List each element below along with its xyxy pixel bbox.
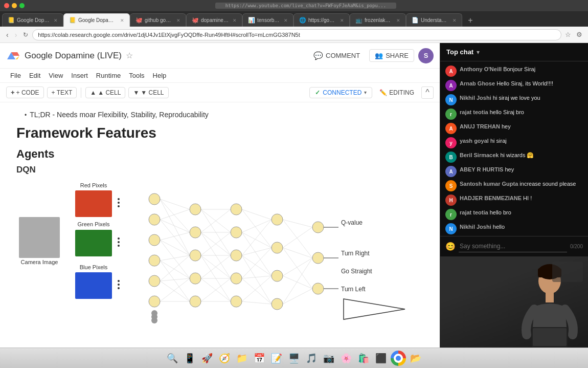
settings-icon[interactable]: ⚙ (575, 31, 584, 38)
minimize-btn[interactable] (12, 3, 17, 8)
tab-8-close[interactable]: ✕ (453, 18, 457, 23)
editing-button[interactable]: ✏️ EDITING (375, 88, 418, 98)
tab-2[interactable]: 📒 Google Dopami... ✕ (63, 13, 130, 27)
plus-icon: + (11, 89, 15, 96)
dock-finder[interactable]: 🔍 (165, 351, 180, 366)
list-item: H HADJER BENMEZIANE HI ! (445, 194, 583, 206)
svg-point-22 (149, 255, 160, 266)
dock-folder[interactable]: 📂 (408, 351, 423, 366)
code-label: + CODE (16, 89, 39, 96)
move-cell-down-button[interactable]: ▼ ▼ CELL (128, 87, 168, 98)
svg-text:Blue Pixels: Blue Pixels (80, 264, 108, 270)
svg-line-55 (160, 261, 190, 278)
svg-text:Red Pixels: Red Pixels (80, 182, 107, 188)
star-icon[interactable]: ☆ (126, 51, 133, 60)
tab-1[interactable]: 📒 Google Dopamine... ✕ (2, 13, 63, 27)
forward-btn[interactable]: › (13, 31, 19, 39)
close-btn[interactable] (4, 3, 9, 8)
address-bar[interactable]: https://colab.research.google.com/drive/… (32, 29, 561, 40)
chat-msg-content: Beril Sirmacek hi wizards 🤗 (460, 151, 534, 159)
emoji-button[interactable]: 😊 (445, 242, 456, 251)
menu-insert[interactable]: Insert (67, 71, 92, 80)
add-code-button[interactable]: + + CODE (6, 86, 44, 98)
tab-2-close[interactable]: ✕ (120, 18, 124, 23)
menu-tools[interactable]: Tools (125, 71, 148, 80)
tab-5-close[interactable]: ✕ (284, 18, 288, 23)
dock-photos[interactable]: 📷 (321, 351, 336, 366)
dock-chrome[interactable] (391, 351, 406, 366)
dock-flowers[interactable]: 🌸 (338, 351, 354, 366)
new-tab-btn[interactable]: + (464, 14, 477, 27)
menu-edit[interactable]: Edit (25, 71, 44, 80)
dock-launchpad[interactable]: 🚀 (199, 351, 215, 366)
maximize-btn[interactable] (19, 3, 25, 8)
dock-calendar[interactable]: 📅 (252, 351, 267, 366)
avatar[interactable]: S (418, 48, 434, 63)
tab-7-favicon: 📺 (355, 17, 363, 24)
tab-5-label: tensorboard.l... (257, 17, 281, 23)
move-cell-up-button[interactable]: ▲ ▲ CELL (85, 87, 125, 98)
svg-text:Go Straight: Go Straight (341, 268, 372, 275)
svg-point-11 (118, 202, 120, 204)
subsection-title: Agents (16, 147, 423, 161)
tab-4[interactable]: 🐙 dopamine/dop... ✕ (186, 13, 242, 27)
avatar: N (445, 94, 457, 105)
tab-6-close[interactable]: ✕ (340, 18, 344, 23)
tab-8[interactable]: 📄 Understandin... ✕ (406, 13, 462, 27)
dock-notes[interactable]: 📝 (269, 351, 284, 366)
neural-network-diagram: Camera Image Red Pixels Green Pixels Blu… (16, 181, 420, 327)
dock-store[interactable]: 🛍️ (356, 351, 371, 366)
avatar: B (445, 151, 457, 163)
reload-btn[interactable]: ↻ (21, 31, 30, 38)
comment-button[interactable]: 💬 COMMENT (308, 49, 365, 62)
svg-line-52 (160, 240, 190, 255)
back-btn[interactable]: ‹ (4, 31, 11, 39)
menu-help[interactable]: Help (149, 71, 171, 80)
chat-msg-content: HADJER BENMEZIANE HI ! (460, 194, 532, 202)
svg-line-81 (242, 232, 272, 248)
notebook-content: • TL;DR - Needs moar Flexibility, Stabil… (0, 102, 440, 348)
tab-6-label: https://google... (308, 17, 337, 23)
dock-safari[interactable]: 🧭 (217, 351, 232, 366)
tab-1-favicon: 📒 (8, 17, 15, 24)
svg-line-56 (160, 261, 190, 301)
svg-line-60 (160, 278, 190, 301)
tab-4-close[interactable]: ✕ (233, 18, 237, 23)
tab-7-close[interactable]: ✕ (396, 18, 400, 23)
dock-system-prefs[interactable]: 📱 (182, 351, 197, 366)
dock-music[interactable]: 🎵 (304, 351, 319, 366)
avatar: A (445, 123, 457, 134)
tab-1-label: Google Dopamine... (17, 17, 51, 23)
chat-header: Top chat ▾ (440, 43, 588, 61)
svg-line-49 (160, 220, 190, 232)
svg-line-79 (242, 209, 272, 248)
dock-monitor[interactable]: 🖥️ (286, 351, 302, 366)
youtube-address[interactable]: https://www.youtube.com/live_chat?v=FWFo… (215, 3, 396, 9)
bookmark-btn[interactable]: ☆ (563, 31, 573, 38)
tab-3-close[interactable]: ✕ (176, 18, 180, 23)
svg-point-20 (149, 214, 160, 225)
menu-view[interactable]: View (44, 71, 67, 80)
connected-button[interactable]: ✓ CONNECTED ▾ (309, 87, 372, 98)
collapse-sidebar-button[interactable]: ^ (421, 86, 434, 99)
menu-runtime[interactable]: Runtime (92, 71, 125, 80)
browser-chrome: https://www.youtube.com/live_chat?v=FWFo… (0, 0, 588, 11)
svg-point-18 (118, 287, 120, 289)
svg-line-88 (242, 276, 272, 278)
chat-title: Top chat (446, 48, 473, 56)
tab-5[interactable]: 📊 tensorboard.l... ✕ (242, 13, 293, 27)
menu-file[interactable]: File (6, 71, 25, 80)
svg-rect-2 (19, 217, 60, 258)
tab-6[interactable]: 🌐 https://google... ✕ (293, 13, 350, 27)
toolbar: + + CODE + TEXT ▲ ▲ CELL ▼ ▼ CELL ✓ CONN… (0, 83, 440, 102)
add-text-button[interactable]: + TEXT (47, 87, 77, 98)
tab-3[interactable]: 🐙 github google/do... ✕ (130, 13, 186, 27)
chat-dropdown-icon[interactable]: ▾ (477, 49, 480, 56)
tab-1-close[interactable]: ✕ (54, 18, 58, 23)
dock-files[interactable]: 📁 (234, 351, 250, 366)
share-button[interactable]: 👥 SHARE (369, 49, 414, 62)
chat-msg-content: Santosh kumar Gupta increase sound pleas… (460, 180, 576, 188)
chat-input[interactable] (459, 241, 567, 252)
tab-7[interactable]: 📺 frozenlake8x8... ✕ (350, 13, 406, 27)
dock-terminal[interactable]: ⬛ (373, 351, 389, 366)
